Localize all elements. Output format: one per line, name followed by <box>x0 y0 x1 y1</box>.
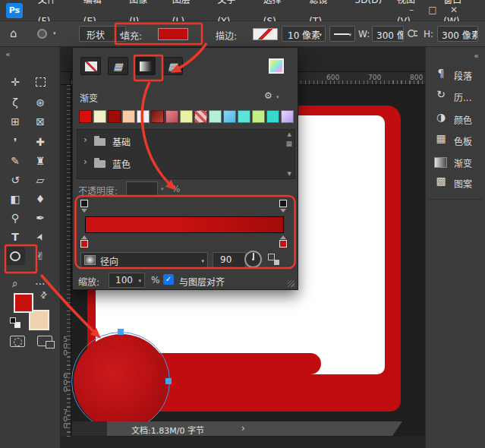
gradient-type-select[interactable]: 径向 ▾ <box>80 252 208 268</box>
menu-bar: Ps 文件(F) 编辑(E) 图像(I) 图层(L) 文字(Y) 选择(S) 滤… <box>0 0 485 21</box>
gear-icon[interactable]: ⚙ <box>264 90 272 101</box>
height-input[interactable]: 300 像素 <box>437 26 478 42</box>
ruler-number: 600 <box>61 372 69 393</box>
preset-chevron-down-icon[interactable]: ▾ <box>53 30 56 36</box>
expand-chevron-icon[interactable]: › <box>83 134 87 145</box>
gradient-preset[interactable] <box>122 110 135 123</box>
clone-stamp-tool[interactable]: ♜ <box>30 152 50 170</box>
path-selection-tool[interactable]: ➤ <box>28 224 53 250</box>
gradient-preset[interactable] <box>79 110 92 123</box>
status-chevron-icon[interactable]: › <box>241 423 245 434</box>
color-stop-right[interactable] <box>279 240 287 248</box>
reverse-gradient-icon[interactable] <box>268 254 279 265</box>
more-tools[interactable]: ⋯ <box>30 274 50 292</box>
maximize-button[interactable]: □ <box>424 3 441 17</box>
no-color-button[interactable] <box>80 57 101 75</box>
pen-tool[interactable]: ✒ <box>30 209 50 227</box>
gradient-preset[interactable] <box>137 110 150 123</box>
move-tool[interactable]: ✛ <box>5 73 25 91</box>
gradient-preset[interactable] <box>209 110 222 123</box>
gradient-preset[interactable] <box>252 110 265 123</box>
gradient-preset[interactable] <box>223 110 236 123</box>
gradient-preview-bar[interactable] <box>85 216 284 233</box>
angle-dial[interactable] <box>244 251 262 268</box>
close-button[interactable]: ✕ <box>446 3 462 17</box>
zoom-tool[interactable]: ⌕ <box>5 274 25 292</box>
panel-paragraph[interactable]: ¶ 段落 <box>426 65 485 85</box>
gradient-preset[interactable] <box>281 110 294 123</box>
default-colors-icon[interactable] <box>10 317 20 328</box>
tool-mode-select[interactable]: 形状 ▾ <box>79 26 126 42</box>
collapse-panel-icon[interactable]: « <box>5 49 11 59</box>
paint-bucket-tool[interactable]: ◧ <box>5 190 25 208</box>
scroll-down-icon[interactable]: ▼ <box>288 171 291 177</box>
opacity-chevron-icon[interactable]: ▾ <box>161 186 164 192</box>
opacity-stop-pointer <box>280 209 286 213</box>
stroke-width-select[interactable]: 10 像素 ▾ <box>282 26 326 42</box>
angle-input[interactable]: 90 <box>213 252 246 268</box>
panel-pattern[interactable]: ▩ 图案 <box>426 173 485 193</box>
healing-brush-tool[interactable]: ✚ <box>30 133 50 151</box>
align-checkbox[interactable]: ✓ <box>163 274 174 285</box>
width-input[interactable]: 300 像素 <box>372 26 404 42</box>
gradient-preset[interactable] <box>165 110 178 123</box>
fill-color-swatch[interactable] <box>158 28 188 40</box>
link-dimensions-icon[interactable] <box>407 28 420 41</box>
hand-tool[interactable]: ✌ <box>30 247 50 265</box>
zoom-level-field[interactable] <box>72 421 107 436</box>
panel-swatches[interactable]: ▦ 色板 <box>426 131 485 150</box>
gradient-preset[interactable] <box>266 110 279 123</box>
folder-row-blues[interactable]: › 蓝色 <box>77 154 294 172</box>
stroke-style-select[interactable]: ▾ <box>329 26 355 42</box>
opacity-stop-left[interactable] <box>80 200 88 207</box>
eraser-tool[interactable]: ▱ <box>30 171 50 189</box>
type-tool[interactable]: T <box>5 228 25 246</box>
scale-select[interactable]: 100 ▾ <box>109 273 145 288</box>
ellipse-path-outline[interactable] <box>71 332 170 431</box>
panel-history[interactable]: ↻ 历... <box>426 87 485 106</box>
panel-color[interactable]: ◑ 颜色 <box>426 109 485 129</box>
gradient-preset[interactable] <box>180 110 193 123</box>
gradient-button[interactable] <box>135 57 156 75</box>
gradient-preset[interactable] <box>194 110 207 123</box>
quick-selection-tool[interactable]: ⊛ <box>30 93 50 112</box>
marquee-tool[interactable] <box>30 73 50 91</box>
foreground-color-swatch[interactable] <box>14 293 33 313</box>
background-color-swatch[interactable] <box>29 310 49 330</box>
folder-row-basics[interactable]: › 基础 <box>77 132 294 150</box>
frame-tool[interactable]: ⊠ <box>30 112 50 131</box>
resize-grip[interactable] <box>288 280 294 287</box>
minimize-button[interactable]: – <box>403 3 420 17</box>
scroll-up-icon[interactable]: ▲ <box>288 131 291 137</box>
panel-gradient[interactable]: 渐变 <box>426 153 485 172</box>
stroke-color-swatch[interactable] <box>253 28 278 40</box>
color-picker-button[interactable] <box>269 58 284 74</box>
quick-mask-icon[interactable] <box>10 336 25 347</box>
pattern-button[interactable]: ▩ <box>162 57 183 75</box>
screen-mode-icon[interactable] <box>37 336 52 346</box>
ellipse-tool[interactable] <box>5 247 25 265</box>
dodge-tool[interactable]: ⚲ <box>5 209 25 227</box>
brush-tool[interactable]: ✎ <box>5 152 25 170</box>
eyedropper-tool[interactable]: ❜ <box>5 133 25 151</box>
gradient-preset[interactable] <box>151 110 164 123</box>
expand-chevron-icon[interactable]: › <box>83 156 87 167</box>
collapse-panel-icon[interactable]: « <box>474 51 479 61</box>
home-icon[interactable]: ⌂ <box>10 27 17 40</box>
solid-color-button[interactable]: ▦ <box>108 57 128 75</box>
ellipse-tool-preset-icon[interactable] <box>37 29 47 39</box>
path-handle-top[interactable] <box>118 329 124 335</box>
color-stop-left[interactable] <box>80 240 88 248</box>
opacity-stop-right[interactable] <box>279 200 287 207</box>
list-view-icon[interactable]: ▦ <box>285 140 292 147</box>
history-brush-tool[interactable]: ↺ <box>5 171 25 189</box>
gradient-preset[interactable] <box>238 110 250 123</box>
gradient-preset[interactable] <box>108 110 121 123</box>
gear-chevron-icon[interactable]: ▾ <box>276 94 279 100</box>
gradient-preset[interactable] <box>93 110 106 123</box>
opacity-input[interactable] <box>126 181 158 196</box>
blur-tool[interactable]: ♦ <box>30 190 50 208</box>
lasso-tool[interactable]: ζ <box>5 93 25 112</box>
path-handle-right[interactable] <box>165 378 172 384</box>
crop-tool[interactable]: ⊞ <box>5 112 25 131</box>
